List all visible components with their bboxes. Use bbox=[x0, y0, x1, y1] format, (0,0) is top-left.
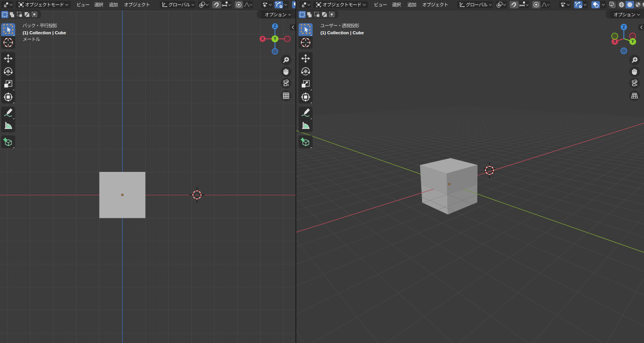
svg-text:(1) Collection | Cube: (1) Collection | Cube bbox=[23, 30, 66, 35]
svg-text:X: X bbox=[261, 36, 264, 41]
svg-text:Z: Z bbox=[274, 24, 276, 28]
svg-text:Z: Z bbox=[623, 25, 625, 29]
svg-text:X: X bbox=[614, 39, 616, 44]
svg-text:Y: Y bbox=[632, 39, 634, 44]
svg-text:Y: Y bbox=[274, 36, 276, 41]
svg-text:(1) Collection | Cube: (1) Collection | Cube bbox=[320, 30, 364, 35]
